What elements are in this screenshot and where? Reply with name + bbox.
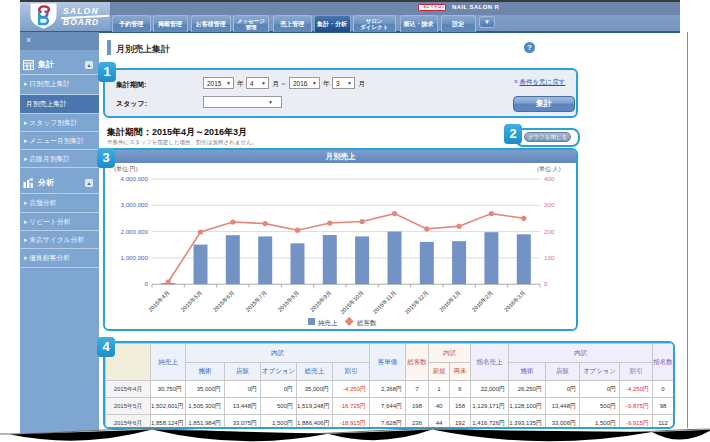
- svg-text:2016年1月: 2016年1月: [438, 289, 462, 313]
- svg-text:400: 400: [544, 175, 555, 182]
- svg-text:200: 200: [544, 228, 555, 235]
- svg-text:純売上: 純売上: [318, 319, 338, 327]
- svg-text:(単位:人): (単位:人): [537, 165, 561, 172]
- svg-text:2,000,000: 2,000,000: [120, 228, 148, 235]
- svg-text:2015年8月: 2015年8月: [277, 289, 301, 313]
- svg-text:2015年11月: 2015年11月: [372, 289, 398, 315]
- svg-text:2016年3月: 2016年3月: [503, 289, 527, 313]
- svg-text:2015年12月: 2015年12月: [404, 289, 430, 315]
- svg-text:総客数: 総客数: [356, 319, 377, 327]
- svg-text:2015年4月: 2015年4月: [147, 289, 171, 313]
- svg-text:300: 300: [544, 201, 555, 208]
- svg-text:0: 0: [544, 280, 548, 287]
- svg-text:3,000,000: 3,000,000: [120, 201, 148, 208]
- svg-text:100: 100: [544, 254, 555, 261]
- svg-text:2015年9月: 2015年9月: [309, 289, 333, 313]
- svg-text:4,000,000: 4,000,000: [120, 175, 148, 182]
- svg-text:2016年2月: 2016年2月: [471, 289, 495, 313]
- svg-text:0: 0: [145, 280, 149, 287]
- svg-text:2015年6月: 2015年6月: [212, 289, 236, 313]
- svg-text:1,000,000: 1,000,000: [120, 254, 148, 261]
- svg-text:2015年10月: 2015年10月: [339, 289, 365, 315]
- svg-text:(単位:円): (単位:円): [114, 165, 138, 172]
- svg-text:2015年5月: 2015年5月: [180, 289, 204, 313]
- svg-text:2015年7月: 2015年7月: [244, 289, 268, 313]
